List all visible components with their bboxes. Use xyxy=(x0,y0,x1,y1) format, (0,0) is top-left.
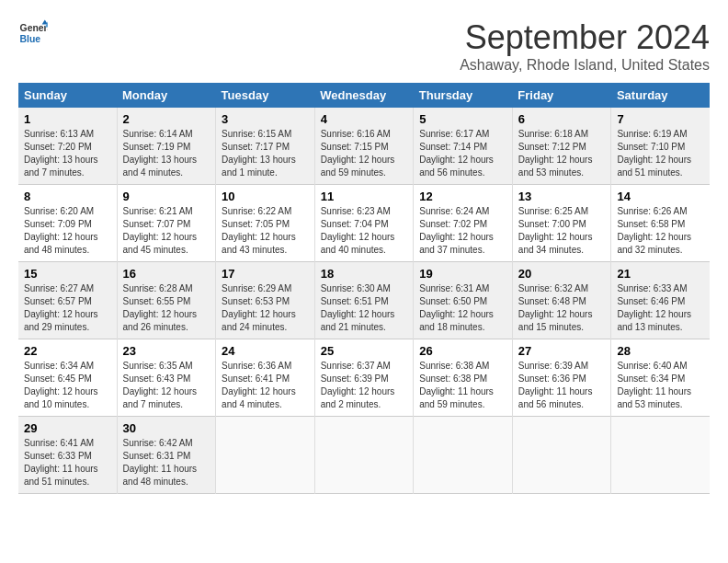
day-info: Sunrise: 6:16 AMSunset: 7:15 PMDaylight:… xyxy=(321,129,395,178)
day-number: 12 xyxy=(419,190,506,203)
svg-text:General: General xyxy=(20,23,48,33)
day-number: 25 xyxy=(321,344,408,358)
calendar-cell xyxy=(314,417,414,494)
title-area: September 2024 Ashaway, Rhode Island, Un… xyxy=(460,18,710,74)
day-number: 22 xyxy=(24,344,111,358)
day-info: Sunrise: 6:25 AMSunset: 7:00 PMDaylight:… xyxy=(518,206,593,255)
calendar-cell: 3Sunrise: 6:15 AMSunset: 7:17 PMDaylight… xyxy=(216,108,315,185)
calendar-table: SundayMondayTuesdayWednesdayThursdayFrid… xyxy=(18,83,710,494)
calendar-cell: 28Sunrise: 6:40 AMSunset: 6:34 PMDayligh… xyxy=(611,339,710,417)
day-info: Sunrise: 6:20 AMSunset: 7:09 PMDaylight:… xyxy=(24,206,98,255)
day-number: 29 xyxy=(24,421,111,435)
calendar-cell: 5Sunrise: 6:17 AMSunset: 7:14 PMDaylight… xyxy=(414,108,513,185)
day-number: 26 xyxy=(419,344,506,358)
day-number: 23 xyxy=(123,344,210,358)
day-number: 30 xyxy=(123,421,210,435)
day-number: 18 xyxy=(321,267,408,281)
day-number: 1 xyxy=(24,112,111,126)
day-number: 10 xyxy=(222,190,309,203)
day-number: 2 xyxy=(123,112,210,126)
page-title: September 2024 xyxy=(460,18,710,57)
day-number: 28 xyxy=(617,344,704,358)
calendar-header-row: SundayMondayTuesdayWednesdayThursdayFrid… xyxy=(18,83,710,108)
header-day-monday: Monday xyxy=(117,83,216,108)
day-info: Sunrise: 6:41 AMSunset: 6:33 PMDaylight:… xyxy=(24,438,98,487)
calendar-cell: 19Sunrise: 6:31 AMSunset: 6:50 PMDayligh… xyxy=(414,262,513,339)
day-info: Sunrise: 6:26 AMSunset: 6:58 PMDaylight:… xyxy=(617,206,691,255)
calendar-cell: 30Sunrise: 6:42 AMSunset: 6:31 PMDayligh… xyxy=(117,417,216,494)
day-number: 11 xyxy=(321,190,408,203)
calendar-cell: 18Sunrise: 6:30 AMSunset: 6:51 PMDayligh… xyxy=(314,262,414,339)
calendar-cell: 17Sunrise: 6:29 AMSunset: 6:53 PMDayligh… xyxy=(216,262,315,339)
calendar-cell: 6Sunrise: 6:18 AMSunset: 7:12 PMDaylight… xyxy=(512,108,611,185)
day-number: 3 xyxy=(222,112,309,126)
calendar-week-row: 15Sunrise: 6:27 AMSunset: 6:57 PMDayligh… xyxy=(18,262,710,339)
day-info: Sunrise: 6:14 AMSunset: 7:19 PMDaylight:… xyxy=(123,129,198,178)
header: General Blue September 2024 Ashaway, Rho… xyxy=(18,18,710,74)
day-info: Sunrise: 6:35 AMSunset: 6:43 PMDaylight:… xyxy=(123,361,198,409)
day-number: 14 xyxy=(617,190,704,203)
day-number: 20 xyxy=(518,267,606,281)
day-info: Sunrise: 6:18 AMSunset: 7:12 PMDaylight:… xyxy=(518,129,593,178)
day-number: 8 xyxy=(24,190,111,203)
calendar-cell: 1Sunrise: 6:13 AMSunset: 7:20 PMDaylight… xyxy=(18,108,117,185)
day-info: Sunrise: 6:23 AMSunset: 7:04 PMDaylight:… xyxy=(321,206,395,255)
calendar-cell: 2Sunrise: 6:14 AMSunset: 7:19 PMDaylight… xyxy=(117,108,216,185)
day-number: 16 xyxy=(123,267,210,281)
day-info: Sunrise: 6:34 AMSunset: 6:45 PMDaylight:… xyxy=(24,361,98,409)
day-info: Sunrise: 6:30 AMSunset: 6:51 PMDaylight:… xyxy=(321,283,395,332)
calendar-cell: 27Sunrise: 6:39 AMSunset: 6:36 PMDayligh… xyxy=(512,339,611,417)
day-info: Sunrise: 6:17 AMSunset: 7:14 PMDaylight:… xyxy=(419,129,494,178)
day-info: Sunrise: 6:36 AMSunset: 6:41 PMDaylight:… xyxy=(222,361,296,409)
day-info: Sunrise: 6:21 AMSunset: 7:07 PMDaylight:… xyxy=(123,206,198,255)
calendar-cell: 14Sunrise: 6:26 AMSunset: 6:58 PMDayligh… xyxy=(611,185,710,262)
day-info: Sunrise: 6:22 AMSunset: 7:05 PMDaylight:… xyxy=(222,206,296,255)
header-day-sunday: Sunday xyxy=(18,83,117,108)
calendar-cell: 9Sunrise: 6:21 AMSunset: 7:07 PMDaylight… xyxy=(117,185,216,262)
calendar-week-row: 29Sunrise: 6:41 AMSunset: 6:33 PMDayligh… xyxy=(18,417,710,494)
calendar-cell: 8Sunrise: 6:20 AMSunset: 7:09 PMDaylight… xyxy=(18,185,117,262)
day-number: 7 xyxy=(617,112,704,126)
calendar-week-row: 1Sunrise: 6:13 AMSunset: 7:20 PMDaylight… xyxy=(18,108,710,185)
calendar-cell: 16Sunrise: 6:28 AMSunset: 6:55 PMDayligh… xyxy=(117,262,216,339)
day-number: 21 xyxy=(617,267,704,281)
day-number: 4 xyxy=(321,112,408,126)
day-number: 15 xyxy=(24,267,111,281)
header-day-wednesday: Wednesday xyxy=(314,83,414,108)
calendar-cell: 4Sunrise: 6:16 AMSunset: 7:15 PMDaylight… xyxy=(314,108,414,185)
calendar-cell: 29Sunrise: 6:41 AMSunset: 6:33 PMDayligh… xyxy=(18,417,117,494)
calendar-cell: 26Sunrise: 6:38 AMSunset: 6:38 PMDayligh… xyxy=(414,339,513,417)
calendar-week-row: 22Sunrise: 6:34 AMSunset: 6:45 PMDayligh… xyxy=(18,339,710,417)
calendar-cell: 12Sunrise: 6:24 AMSunset: 7:02 PMDayligh… xyxy=(414,185,513,262)
calendar-cell: 15Sunrise: 6:27 AMSunset: 6:57 PMDayligh… xyxy=(18,262,117,339)
calendar-cell: 20Sunrise: 6:32 AMSunset: 6:48 PMDayligh… xyxy=(512,262,611,339)
day-info: Sunrise: 6:15 AMSunset: 7:17 PMDaylight:… xyxy=(222,129,296,178)
day-info: Sunrise: 6:31 AMSunset: 6:50 PMDaylight:… xyxy=(419,283,494,332)
calendar-week-row: 8Sunrise: 6:20 AMSunset: 7:09 PMDaylight… xyxy=(18,185,710,262)
header-day-tuesday: Tuesday xyxy=(216,83,315,108)
day-number: 9 xyxy=(123,190,210,203)
day-number: 13 xyxy=(518,190,606,203)
calendar-cell: 22Sunrise: 6:34 AMSunset: 6:45 PMDayligh… xyxy=(18,339,117,417)
day-number: 17 xyxy=(222,267,309,281)
calendar-cell: 10Sunrise: 6:22 AMSunset: 7:05 PMDayligh… xyxy=(216,185,315,262)
calendar-cell: 24Sunrise: 6:36 AMSunset: 6:41 PMDayligh… xyxy=(216,339,315,417)
day-info: Sunrise: 6:42 AMSunset: 6:31 PMDaylight:… xyxy=(123,438,198,487)
calendar-cell: 25Sunrise: 6:37 AMSunset: 6:39 PMDayligh… xyxy=(314,339,414,417)
day-info: Sunrise: 6:32 AMSunset: 6:48 PMDaylight:… xyxy=(518,283,593,332)
day-number: 19 xyxy=(419,267,506,281)
header-day-thursday: Thursday xyxy=(414,83,513,108)
day-number: 24 xyxy=(222,344,309,358)
day-info: Sunrise: 6:27 AMSunset: 6:57 PMDaylight:… xyxy=(24,283,98,332)
svg-text:Blue: Blue xyxy=(20,34,41,44)
day-info: Sunrise: 6:40 AMSunset: 6:34 PMDaylight:… xyxy=(617,361,691,409)
calendar-cell: 21Sunrise: 6:33 AMSunset: 6:46 PMDayligh… xyxy=(611,262,710,339)
header-day-saturday: Saturday xyxy=(611,83,710,108)
day-info: Sunrise: 6:38 AMSunset: 6:38 PMDaylight:… xyxy=(419,361,494,409)
day-number: 27 xyxy=(518,344,606,358)
calendar-cell: 13Sunrise: 6:25 AMSunset: 7:00 PMDayligh… xyxy=(512,185,611,262)
calendar-cell: 7Sunrise: 6:19 AMSunset: 7:10 PMDaylight… xyxy=(611,108,710,185)
day-info: Sunrise: 6:33 AMSunset: 6:46 PMDaylight:… xyxy=(617,283,691,332)
day-number: 5 xyxy=(419,112,506,126)
day-info: Sunrise: 6:28 AMSunset: 6:55 PMDaylight:… xyxy=(123,283,198,332)
